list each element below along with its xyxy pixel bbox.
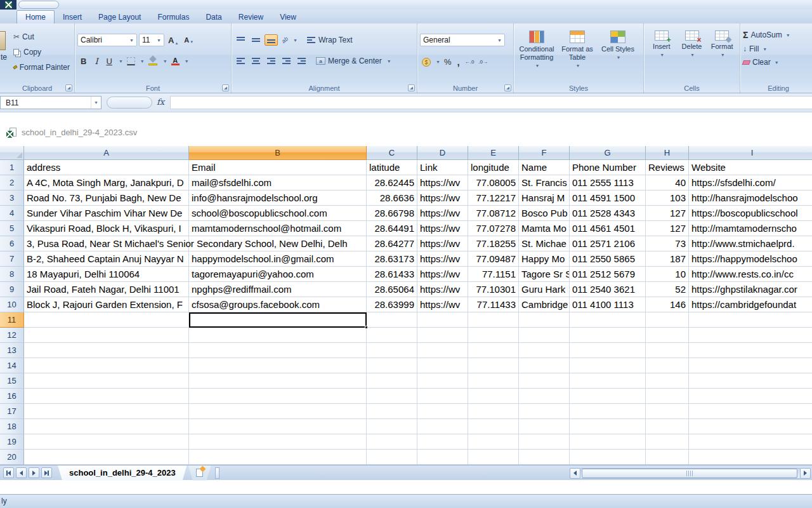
cell-E13[interactable] xyxy=(468,343,519,358)
cell-E10[interactable]: 77.11433 xyxy=(468,297,519,312)
cell-C6[interactable]: 28.64277 xyxy=(367,236,417,251)
chevron-down-icon[interactable]: ▼ xyxy=(129,38,134,43)
borders-button[interactable] xyxy=(125,55,137,67)
insert-worksheet-button[interactable] xyxy=(188,465,211,481)
cell-G6[interactable]: 011 2571 2106 xyxy=(570,236,646,251)
clear-button[interactable]: Clear ▼ xyxy=(743,58,812,67)
cell-F8[interactable]: Tagore Sr S xyxy=(519,267,570,282)
cell-B7[interactable]: happymodelschool.in@gmail.com xyxy=(189,251,367,267)
cell-G1[interactable]: Phone Number xyxy=(570,160,646,175)
borders-dropdown-icon[interactable]: ▼ xyxy=(140,59,145,64)
cell-E3[interactable]: 77.12217 xyxy=(468,190,519,206)
cell-E11[interactable] xyxy=(468,312,519,328)
cell-I6[interactable]: http://www.stmichaelprd. xyxy=(689,236,812,251)
font-dialog-launcher[interactable]: ◢ xyxy=(222,84,229,91)
cell-C10[interactable]: 28.63999 xyxy=(367,297,417,312)
accounting-format-button[interactable]: $ xyxy=(420,56,433,69)
cell-F13[interactable] xyxy=(519,343,570,358)
cell-H2[interactable]: 40 xyxy=(646,175,689,190)
cell-G12[interactable] xyxy=(570,328,646,343)
alignment-dialog-launcher[interactable]: ◢ xyxy=(408,84,415,91)
tab-data[interactable]: Data xyxy=(197,11,230,23)
row-header-18[interactable]: 18 xyxy=(0,419,24,434)
cell-E7[interactable]: 77.09487 xyxy=(468,251,519,267)
scrollbar-thumb[interactable] xyxy=(582,469,797,478)
cell-A13[interactable] xyxy=(24,343,189,358)
fill-color-dropdown-icon[interactable]: ▼ xyxy=(163,59,167,64)
fill-handle[interactable] xyxy=(365,326,368,329)
cell-B11[interactable] xyxy=(189,312,367,328)
cell-A1[interactable]: address xyxy=(24,160,189,175)
row-header-19[interactable]: 19 xyxy=(0,434,24,450)
cell-F10[interactable]: Cambridge xyxy=(519,297,570,312)
horizontal-scrollbar[interactable] xyxy=(570,467,811,479)
cell-C9[interactable]: 28.65064 xyxy=(367,282,417,297)
cell-B9[interactable]: npghps@rediffmail.com xyxy=(189,282,367,297)
cell-B18[interactable] xyxy=(189,419,367,434)
cell-C13[interactable] xyxy=(367,343,417,358)
cell-A19[interactable] xyxy=(24,434,189,450)
cell-I1[interactable]: Website xyxy=(689,160,812,175)
cell-G18[interactable] xyxy=(570,419,646,434)
row-header-2[interactable]: 2 xyxy=(0,175,24,190)
cell-A8[interactable]: 18 Mayapuri, Delhi 110064 xyxy=(24,267,189,282)
cell-G7[interactable]: 011 2550 5865 xyxy=(570,251,646,267)
cell-E14[interactable] xyxy=(468,358,519,373)
cell-B4[interactable]: school@boscopublicschool.com xyxy=(189,206,367,221)
autosum-button[interactable]: Σ AutoSum ▼ xyxy=(743,30,812,40)
fill-button[interactable]: ↓ Fill ▼ xyxy=(743,44,812,53)
cell-G11[interactable] xyxy=(570,312,646,328)
cell-I16[interactable] xyxy=(689,389,812,404)
cell-F1[interactable]: Name xyxy=(519,160,570,175)
cell-A17[interactable] xyxy=(24,404,189,419)
cell-B10[interactable]: cfsosa@groups.facebook.com xyxy=(189,297,367,312)
cell-I7[interactable]: https://happymodelschoo xyxy=(689,251,812,267)
cell-A11[interactable] xyxy=(24,312,189,328)
decrease-indent-button[interactable] xyxy=(280,55,293,67)
cell-G2[interactable]: 011 2555 1113 xyxy=(570,175,646,190)
first-sheet-button[interactable] xyxy=(3,467,14,478)
row-header-16[interactable]: 16 xyxy=(0,389,24,404)
cell-G20[interactable] xyxy=(570,450,646,465)
cell-B3[interactable]: info@hansrajmodelschool.org xyxy=(189,190,367,206)
cell-B14[interactable] xyxy=(189,358,367,373)
row-header-7[interactable]: 7 xyxy=(0,251,24,267)
cell-I8[interactable]: http://www.rests.co.in/cc xyxy=(689,267,812,282)
format-painter-button[interactable]: Format Painter xyxy=(11,62,72,73)
cell-I13[interactable] xyxy=(689,343,812,358)
cell-B2[interactable]: mail@sfsdelhi.com xyxy=(189,175,367,190)
col-header-B[interactable]: B xyxy=(189,146,367,160)
cell-F7[interactable]: Happy Mo xyxy=(519,251,570,267)
cell-D15[interactable] xyxy=(417,373,468,389)
align-left-button[interactable] xyxy=(234,55,247,67)
chevron-down-icon[interactable]: ▼ xyxy=(157,38,161,43)
cell-D19[interactable] xyxy=(417,434,468,450)
align-right-button[interactable] xyxy=(265,55,278,67)
cell-C19[interactable] xyxy=(367,434,417,450)
increase-indent-button[interactable] xyxy=(295,55,308,67)
tab-formulas[interactable]: Formulas xyxy=(149,11,197,23)
cell-C5[interactable]: 28.64491 xyxy=(367,221,417,236)
format-cells-button[interactable]: Format ▼ xyxy=(707,29,737,61)
cell-H6[interactable]: 73 xyxy=(646,236,689,251)
cell-E9[interactable]: 77.10301 xyxy=(468,282,519,297)
cell-D7[interactable]: https://wv xyxy=(417,251,468,267)
tab-home[interactable]: Home xyxy=(16,10,55,23)
row-header-14[interactable]: 14 xyxy=(0,358,24,373)
row-header-8[interactable]: 8 xyxy=(0,267,24,282)
cell-H20[interactable] xyxy=(646,450,689,465)
cell-A15[interactable] xyxy=(24,373,189,389)
cell-G4[interactable]: 011 2528 4343 xyxy=(570,206,646,221)
row-header-6[interactable]: 6 xyxy=(0,236,24,251)
copy-button[interactable]: Copy xyxy=(11,46,72,58)
cell-styles-button[interactable]: Cell Styles ▼ xyxy=(598,29,638,72)
cell-D12[interactable] xyxy=(417,328,468,343)
middle-align-button[interactable] xyxy=(249,34,263,46)
orientation-dropdown-icon[interactable]: ▼ xyxy=(293,38,298,43)
cell-G13[interactable] xyxy=(570,343,646,358)
cell-D8[interactable]: https://wv xyxy=(417,267,468,282)
scrollbar-track[interactable] xyxy=(580,468,800,479)
row-header-20[interactable]: 20 xyxy=(0,450,24,465)
decrease-font-button[interactable]: A▼ xyxy=(182,36,195,44)
tab-split-handle[interactable] xyxy=(215,467,219,479)
